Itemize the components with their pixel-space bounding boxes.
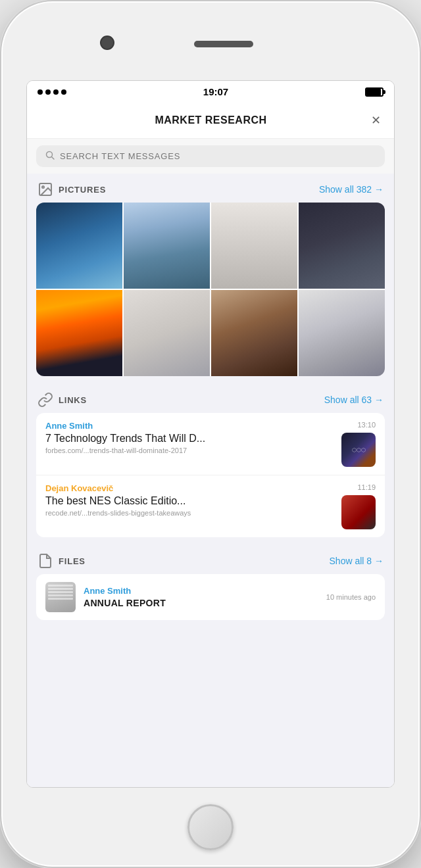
pictures-grid (36, 203, 385, 376)
picture-item[interactable] (124, 290, 210, 376)
pictures-title: PICTURES (59, 185, 106, 195)
files-title-wrap: FILES (37, 553, 86, 569)
search-field[interactable] (36, 145, 385, 167)
list-item[interactable]: Dejan Kovacevič The best NES Classic Edi… (36, 475, 385, 537)
front-camera-icon (100, 36, 114, 50)
signal-dot (53, 89, 59, 95)
thumb-image (341, 495, 376, 529)
phone-frame: 19:07 MARKET RESEARCH ✕ (0, 0, 421, 868)
close-button[interactable]: ✕ (368, 110, 384, 130)
pictures-section-header: PICTURES Show all 382 → (27, 174, 394, 203)
link-title: The best NES Classic Editio... (45, 495, 335, 507)
status-bar: 19:07 (27, 81, 394, 103)
search-input[interactable] (60, 151, 376, 161)
link-time: 13:10 (357, 421, 376, 429)
file-name: ANNUAL REPORT (84, 598, 318, 608)
files-list: Anne Smith ANNUAL REPORT 10 minutes ago (36, 574, 385, 620)
signal-dot (61, 89, 66, 95)
picture-item[interactable] (299, 290, 385, 376)
picture-item[interactable] (299, 203, 385, 289)
link-title: 7 Technology Trends That Will D... (45, 433, 335, 445)
header: MARKET RESEARCH ✕ (27, 103, 394, 139)
picture-item[interactable] (124, 203, 210, 289)
picture-item[interactable] (211, 203, 297, 289)
picture-item[interactable] (211, 290, 297, 376)
files-title: FILES (59, 556, 86, 566)
main-content: PICTURES Show all 382 → (27, 174, 394, 787)
picture-item[interactable] (36, 203, 122, 289)
link-sender: Dejan Kovacevič (45, 483, 335, 493)
links-title-wrap: LINKS (37, 392, 87, 408)
link-url: recode.net/...trends-slides-biggest-take… (45, 509, 335, 517)
links-section: LINKS Show all 63 → Anne Smith 7 Technol… (27, 384, 394, 537)
link-thumbnail (341, 433, 376, 467)
signal-dot (37, 89, 43, 95)
home-button[interactable] (187, 804, 234, 850)
signal-dot (45, 89, 51, 95)
phone-bottom-bar (1, 788, 420, 867)
link-time: 11:19 (357, 483, 376, 491)
battery-fill (366, 89, 381, 95)
file-thumbnail (45, 582, 76, 612)
picture-item[interactable] (36, 290, 122, 376)
link-url: forbes.com/...trends-that-will-dominate-… (45, 446, 335, 454)
file-content: Anne Smith ANNUAL REPORT (84, 586, 318, 608)
pictures-title-wrap: PICTURES (37, 181, 106, 197)
files-section-header: FILES Show all 8 → (27, 545, 394, 574)
files-section: FILES Show all 8 → (27, 545, 394, 620)
show-all-links-link[interactable]: Show all 63 → (324, 395, 384, 405)
page-title: MARKET RESEARCH (53, 114, 368, 126)
show-all-files-link[interactable]: Show all 8 → (330, 556, 384, 566)
links-title: LINKS (59, 395, 87, 405)
search-icon (45, 151, 55, 162)
link-content: Dejan Kovacevič The best NES Classic Edi… (45, 483, 335, 529)
pictures-section: PICTURES Show all 382 → (27, 174, 394, 376)
show-all-pictures-link[interactable]: Show all 382 → (319, 184, 384, 195)
svg-point-3 (42, 186, 44, 188)
link-sender: Anne Smith (45, 421, 335, 431)
file-icon (37, 553, 53, 569)
link-meta: 11:19 (341, 483, 376, 529)
battery-icon (365, 87, 384, 97)
thumb-image (341, 433, 376, 467)
list-item[interactable]: Anne Smith ANNUAL REPORT 10 minutes ago (36, 574, 385, 620)
status-time: 19:07 (203, 86, 228, 97)
file-sender: Anne Smith (84, 586, 318, 596)
links-section-header: LINKS Show all 63 → (27, 384, 394, 413)
speaker (194, 41, 253, 47)
phone-top-bar (1, 1, 420, 80)
links-list: Anne Smith 7 Technology Trends That Will… (36, 413, 385, 537)
search-bar (27, 139, 394, 174)
signal-indicator (37, 89, 66, 95)
link-content: Anne Smith 7 Technology Trends That Will… (45, 421, 335, 467)
picture-icon (37, 181, 53, 197)
list-item[interactable]: Anne Smith 7 Technology Trends That Will… (36, 413, 385, 475)
link-meta: 13:10 (341, 421, 376, 467)
link-thumbnail (341, 495, 376, 529)
phone-screen: 19:07 MARKET RESEARCH ✕ (26, 80, 395, 788)
link-icon (37, 392, 53, 408)
file-thumb-image (45, 582, 76, 612)
file-time: 10 minutes ago (326, 593, 376, 601)
svg-line-1 (52, 157, 55, 160)
